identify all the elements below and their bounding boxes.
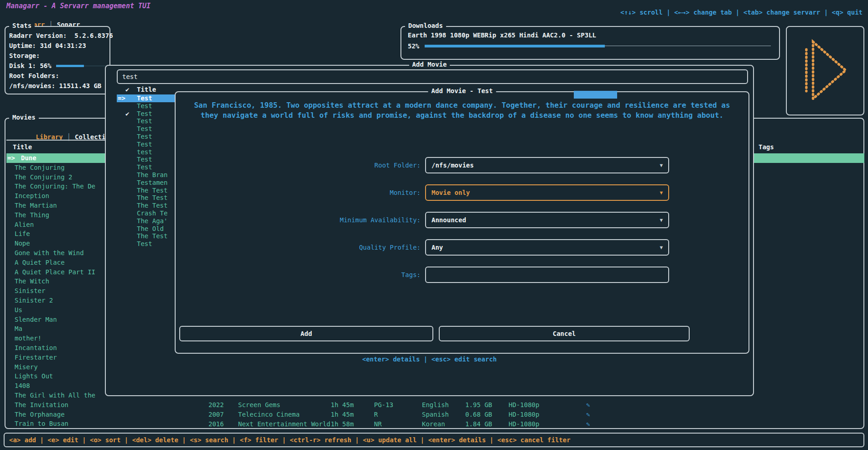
field-label: Minimum Availability: <box>176 212 421 228</box>
field-value: Announced <box>431 216 466 224</box>
result-title: The Aga' <box>137 217 167 225</box>
field-label: Tags: <box>176 267 421 283</box>
movie-title: Us <box>15 305 22 315</box>
gauge-fill <box>425 45 605 47</box>
result-title: test <box>137 148 152 156</box>
movie-description: San Francisco, 1985. Two opposites attra… <box>193 100 731 120</box>
result-title: Testamen <box>137 179 167 187</box>
disk-usage-label: Disk 1: 56% <box>9 61 52 71</box>
result-title: The Test <box>137 202 167 209</box>
movie-runtime: 1h 58m <box>331 419 354 429</box>
field-control[interactable]: Announced ▼ <box>425 212 669 228</box>
field-control[interactable]: Any ▼ <box>425 239 669 256</box>
result-title: The Test <box>137 194 167 202</box>
field-value: Movie only <box>431 189 470 196</box>
movie-title: Incantation <box>15 343 57 353</box>
stats-panel: Stats Radarr Version: 5.2.6.8376 Uptime:… <box>5 26 110 94</box>
modal-title: Add Movie - Test <box>428 87 496 94</box>
movie-rating: R <box>374 410 378 419</box>
movie-studio: Screen Gems <box>238 400 281 410</box>
selection-pointer-icon: => <box>7 153 15 163</box>
radarr-version: Radarr Version: 5.2.6.8376 <box>9 31 106 41</box>
result-title: Test <box>137 141 152 148</box>
movies-panel-title: Movies <box>9 114 39 121</box>
title-column-label: Title <box>137 86 156 94</box>
result-title: The Test <box>137 187 167 194</box>
movie-studio: Telecinco Cinema <box>238 410 300 419</box>
download-item-name: Earth 1998 1080p WEBRip x265 Hindi AAC2.… <box>408 31 773 40</box>
movie-title: The Martian <box>15 201 57 210</box>
movie-title: Lights Out <box>15 372 53 381</box>
movie-detail-row[interactable]: 2007 Telecinco Cinema 1h 45m R Spanish 0… <box>6 410 864 419</box>
movie-quality: HD-1080p <box>509 419 539 429</box>
movie-year: 2007 <box>208 410 224 419</box>
movie-title: Alien <box>15 220 34 230</box>
result-title: Test <box>137 110 152 118</box>
movie-title: The Conjuring 2 <box>15 173 72 182</box>
selection-pointer-icon: => <box>118 94 125 102</box>
movie-title: Nope <box>15 239 30 248</box>
result-title: The Old <box>137 225 164 233</box>
disk-usage-gauge <box>56 65 106 67</box>
movie-detail-row[interactable]: 2016 Next Entertainment World 1h 58m NR … <box>6 419 864 429</box>
storage-label: Storage: <box>9 51 106 61</box>
movie-rating: NR <box>374 419 382 429</box>
chevron-down-icon: ▼ <box>660 162 663 168</box>
field-label: Monitor: <box>176 184 421 201</box>
field-control[interactable]: /nfs/movies ▼ <box>425 157 669 173</box>
movie-title: 1408 <box>15 381 30 391</box>
added-check-icon: ✔ <box>125 110 129 118</box>
movie-quality: HD-1080p <box>509 400 539 410</box>
movie-runtime: 1h 45m <box>331 400 354 410</box>
movie-title: A Quiet Place <box>15 258 65 267</box>
title-column-header: Title <box>13 143 32 151</box>
movie-title: Sinister <box>15 286 45 296</box>
result-title: Test <box>137 125 152 133</box>
result-title: Test <box>137 133 152 141</box>
edit-pencil-icon: ✎ <box>586 419 590 429</box>
movie-title: Dune <box>21 153 36 163</box>
movie-title: Inception <box>15 191 49 201</box>
download-progress-row: 52% <box>408 42 773 50</box>
result-title: Test <box>137 240 152 248</box>
root-folder-value: /nfs/movies: 11511.43 GB <box>9 81 106 91</box>
disk-usage-row: Disk 1: 56% <box>9 61 106 71</box>
cancel-button[interactable]: Cancel <box>439 326 690 341</box>
result-title: Crash Te <box>137 209 167 217</box>
form-field: Monitor: Movie only ▼ <box>176 184 748 201</box>
movie-size: 1.84 GB <box>465 419 492 429</box>
app-title: Managarr - A Servarr management TUI <box>6 2 151 10</box>
movie-detail-row[interactable]: 2022 Screen Gems 1h 45m PG-13 English 1.… <box>6 400 864 410</box>
downloads-body: Earth 1998 1080p WEBRip x265 Hindi AAC2.… <box>401 27 779 59</box>
uptime: Uptime: 31d 04:31:23 <box>9 41 106 51</box>
movie-title: Ma <box>15 324 22 334</box>
movie-runtime: 1h 45m <box>331 410 354 419</box>
movie-title: The Girl with All the <box>15 391 95 400</box>
field-control[interactable]: Movie only ▼ <box>425 184 669 201</box>
movie-title: Life <box>15 229 30 239</box>
managarr-logo-icon <box>800 36 851 105</box>
movie-search-box <box>117 69 748 84</box>
modal-form: Root Folder: /nfs/movies ▼ Monitor: Movi… <box>176 157 748 294</box>
chevron-down-icon: ▼ <box>660 245 663 251</box>
result-title: The Test <box>137 232 167 240</box>
field-control[interactable]: ▼ <box>425 267 669 283</box>
tabs-divider <box>6 140 105 141</box>
add-movie-panel-title: Add Movie <box>409 61 450 68</box>
bottom-keybind-bar: <a> add | <e> edit | <o> sort | <del> de… <box>4 433 864 447</box>
movie-studio: Next Entertainment World <box>238 419 330 429</box>
tags-column-header: Tags <box>759 143 774 151</box>
movie-language: Spanish <box>422 410 449 419</box>
form-field: Minimum Availability: Announced ▼ <box>176 212 748 228</box>
result-title: Test <box>137 156 152 163</box>
result-title: Test <box>137 117 152 125</box>
movie-size: 0.68 GB <box>465 410 492 419</box>
add-button[interactable]: Add <box>179 326 433 341</box>
stats-body: Radarr Version: 5.2.6.8376 Uptime: 31d 0… <box>5 27 109 94</box>
check-column-icon: ✔ <box>125 86 129 94</box>
form-field: Root Folder: /nfs/movies ▼ <box>176 157 748 173</box>
movie-search-input[interactable] <box>118 70 747 83</box>
chevron-down-icon: ▼ <box>660 190 663 196</box>
edit-pencil-icon: ✎ <box>586 400 590 410</box>
managarr-app: Movies Library│Collections│ Title Tags =… <box>0 0 868 450</box>
